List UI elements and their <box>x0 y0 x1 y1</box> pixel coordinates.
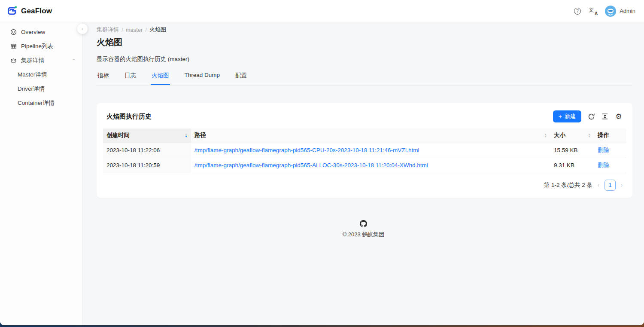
help-icon[interactable]: ? <box>574 8 581 15</box>
sidebar-item-cluster-detail[interactable]: 集群详情 ⌃ <box>0 53 82 67</box>
flamegraph-file-link[interactable]: /tmp/flame-graph/geaflow-flamegraph-pid5… <box>194 162 428 168</box>
column-label: 创建时间 <box>106 131 130 139</box>
delete-link[interactable]: 删除 <box>598 162 609 168</box>
reload-icon-glyph <box>588 113 595 120</box>
new-button-label: 新建 <box>565 113 576 120</box>
tab-logs[interactable]: 日志 <box>124 70 137 85</box>
translate-en-glyph: A <box>595 11 598 16</box>
table-grid-icon <box>10 43 17 49</box>
reload-icon[interactable] <box>587 113 595 120</box>
sidebar-item-overview[interactable]: Overview <box>0 25 82 39</box>
cell-size: 9.31 KB <box>550 158 594 173</box>
card-title: 火焰图执行历史 <box>106 113 152 121</box>
settings-gear-icon[interactable]: ⚙ <box>615 113 623 120</box>
flamegraph-file-link[interactable]: /tmp/flame-graph/geaflow-flamegraph-pid5… <box>194 147 419 153</box>
tab-flamegraph[interactable]: 火焰图 <box>151 70 170 85</box>
translate-zh-glyph: 文 <box>589 6 594 14</box>
density-icon-glyph <box>601 113 608 120</box>
sidebar-subitem-label: Driver详情 <box>18 85 45 93</box>
delete-link[interactable]: 删除 <box>598 147 609 153</box>
column-header-path[interactable]: 路径 ▲▼ <box>191 128 550 143</box>
breadcrumb-separator: / <box>122 27 123 33</box>
card-header: 火焰图执行历史 + 新建 <box>103 110 626 122</box>
chevron-left-icon: ‹ <box>82 26 83 32</box>
pagination-summary: 第 1-2 条/总共 2 条 <box>544 181 592 189</box>
table-header-row: 创建时间 ▲▼ 路径 ▲▼ <box>103 128 626 143</box>
table-row: 2023-10-18 11:22:06 /tmp/flame-graph/gea… <box>103 143 626 158</box>
breadcrumb-cluster-detail[interactable]: 集群详情 <box>97 26 119 34</box>
flamegraph-history-table: 创建时间 ▲▼ 路径 ▲▼ <box>103 128 626 173</box>
main-content: 集群详情 / master / 火焰图 火焰图 显示容器的火焰图执行历史 (ma… <box>83 22 644 325</box>
cell-size: 15.59 KB <box>550 143 594 158</box>
sort-icon: ▲▼ <box>544 133 547 138</box>
breadcrumb: 集群详情 / master / 火焰图 <box>97 26 632 34</box>
sidebar-item-label: 集群详情 <box>21 57 68 64</box>
tab-thread-dump[interactable]: Thread Dump <box>184 70 221 85</box>
cell-create-time: 2023-10-18 11:20:59 <box>103 158 191 173</box>
page-subtitle: 显示容器的火焰图执行历史 (master) <box>97 55 632 63</box>
density-icon[interactable] <box>601 113 609 120</box>
copyright-text: © 2023 蚂蚁集团 <box>83 231 644 238</box>
crown-icon <box>10 57 17 64</box>
sidebar-item-container-detail[interactable]: Container详情 <box>0 96 82 110</box>
sidebar-item-master-detail[interactable]: Master详情 <box>0 67 82 82</box>
page-title: 火焰图 <box>97 37 632 48</box>
app-window: GeaFlow ? 文 A Admin <box>0 0 644 325</box>
translate-icon[interactable]: 文 A <box>589 7 597 15</box>
page-header: 集群详情 / master / 火焰图 火焰图 显示容器的火焰图执行历史 (ma… <box>83 22 644 86</box>
breadcrumb-master[interactable]: master <box>126 27 143 33</box>
tab-metrics[interactable]: 指标 <box>97 70 110 85</box>
sidebar-collapse-button[interactable]: ‹ <box>77 24 88 34</box>
card-toolbar: + 新建 <box>553 110 623 122</box>
breadcrumb-current: 火焰图 <box>149 26 166 34</box>
logo-text: GeaFlow <box>21 7 52 15</box>
tab-bar: 指标 日志 火焰图 Thread Dump 配置 <box>97 70 632 86</box>
new-button[interactable]: + 新建 <box>553 110 581 122</box>
topbar-actions: ? 文 A Admin <box>574 6 635 17</box>
column-label: 操作 <box>598 132 609 138</box>
chevron-up-icon: ⌃ <box>72 58 76 62</box>
column-header-time[interactable]: 创建时间 ▲▼ <box>103 128 191 143</box>
smile-icon <box>10 29 17 35</box>
breadcrumb-separator: / <box>145 27 147 33</box>
pagination-prev-button[interactable]: ‹ <box>597 182 600 188</box>
app-footer: © 2023 蚂蚁集团 <box>83 220 644 238</box>
sidebar-subitem-label: Container详情 <box>18 99 55 107</box>
column-label: 路径 <box>194 131 206 139</box>
avatar <box>605 6 616 17</box>
plus-icon: + <box>559 113 562 119</box>
sort-icon: ▲▼ <box>588 133 591 138</box>
pagination: 第 1-2 条/总共 2 条 ‹ 1 › <box>103 173 626 193</box>
app-logo[interactable]: GeaFlow <box>6 5 52 17</box>
sidebar-item-label: Pipeline列表 <box>21 43 76 50</box>
flamegraph-history-card: 火焰图执行历史 + 新建 <box>97 103 632 198</box>
sidebar-item-driver-detail[interactable]: Driver详情 <box>0 82 82 96</box>
sidebar: Overview Pipeline列表 集群 <box>0 22 83 325</box>
desktop-background: GeaFlow ? 文 A Admin <box>0 0 644 327</box>
table-row: 2023-10-18 11:20:59 /tmp/flame-graph/gea… <box>103 158 626 173</box>
github-icon <box>360 220 367 227</box>
tab-config[interactable]: 配置 <box>234 70 248 85</box>
column-header-size[interactable]: 大小 ▲▼ <box>550 128 594 143</box>
column-header-action: 操作 <box>594 128 626 143</box>
pagination-next-button[interactable]: › <box>620 182 623 188</box>
pagination-page-1[interactable]: 1 <box>605 180 616 191</box>
top-navbar: GeaFlow ? 文 A Admin <box>0 0 644 22</box>
user-menu[interactable]: Admin <box>605 6 635 17</box>
github-link[interactable] <box>360 220 367 229</box>
app-layout: Overview Pipeline列表 集群 <box>0 22 644 325</box>
sidebar-item-label: Overview <box>21 29 76 35</box>
sort-icon: ▲▼ <box>185 133 188 138</box>
geaflow-logo-icon <box>6 5 18 17</box>
cell-create-time: 2023-10-18 11:22:06 <box>103 143 191 158</box>
sidebar-item-pipeline-list[interactable]: Pipeline列表 <box>0 39 82 53</box>
sidebar-subitem-label: Master详情 <box>18 71 47 79</box>
username: Admin <box>620 8 635 14</box>
column-label: 大小 <box>554 131 565 139</box>
